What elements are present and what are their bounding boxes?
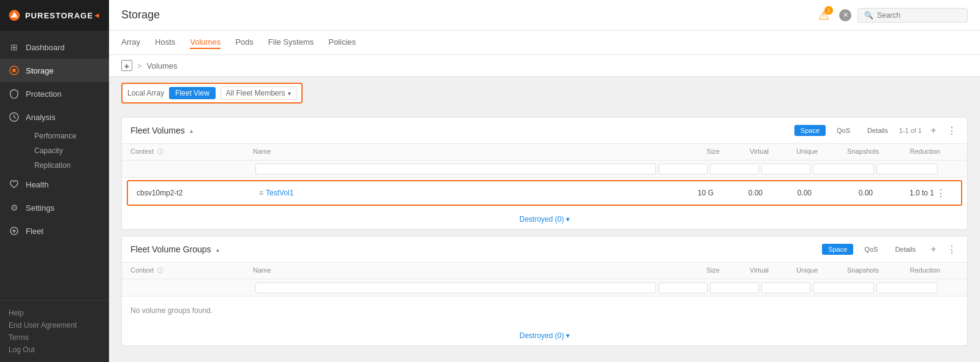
protection-icon bbox=[9, 88, 20, 99]
logo[interactable]: PURESTORAGE ◄ bbox=[0, 0, 109, 31]
tab-volumes[interactable]: Volumes bbox=[190, 37, 221, 49]
page-title: Storage bbox=[121, 9, 815, 21]
local-array-label[interactable]: Local Array bbox=[127, 89, 164, 97]
filter-virtual-input[interactable] bbox=[710, 164, 759, 175]
col-name: Name bbox=[253, 148, 671, 156]
breadcrumb-separator: > bbox=[137, 61, 142, 70]
tab-array[interactable]: Array bbox=[121, 37, 140, 49]
footer-eua[interactable]: End User Agreement bbox=[9, 319, 100, 331]
filter-virtual-wrapper bbox=[710, 163, 759, 175]
fleet-vg-collapse-icon[interactable]: ▴ bbox=[216, 246, 219, 253]
volumes-space-tab[interactable]: Space bbox=[794, 125, 826, 136]
vg-context-info-icon[interactable]: ⓘ bbox=[157, 267, 164, 274]
filter-snapshots-input[interactable] bbox=[813, 164, 874, 175]
row-snapshots: 0.00 bbox=[812, 189, 873, 197]
vg-col-size: Size bbox=[671, 266, 720, 275]
vg-qos-tab[interactable]: QoS bbox=[858, 244, 884, 255]
row-size: 10 G bbox=[665, 189, 714, 197]
volumes-details-tab[interactable]: Details bbox=[861, 125, 894, 136]
filter-name-wrapper bbox=[255, 163, 656, 175]
sidebar-sub-performance[interactable]: Performance bbox=[26, 129, 109, 143]
vg-more-button[interactable]: ⋮ bbox=[945, 243, 959, 256]
tab-pods[interactable]: Pods bbox=[235, 37, 254, 49]
health-icon bbox=[9, 179, 20, 190]
vg-col-unique: Unique bbox=[769, 266, 818, 275]
footer-terms[interactable]: Terms bbox=[9, 331, 100, 344]
vg-filter-snapshots-input[interactable] bbox=[813, 282, 874, 293]
filter-size-input[interactable] bbox=[658, 164, 707, 175]
vg-filter-reduction-input[interactable] bbox=[876, 282, 938, 293]
vg-filter-virtual-wrapper bbox=[710, 282, 759, 293]
sidebar-sub-replication[interactable]: Replication bbox=[26, 158, 109, 173]
fleet-vg-no-data: No volume groups found. bbox=[122, 296, 967, 325]
fleet-vg-destroyed-link[interactable]: Destroyed (0) ▾ bbox=[519, 331, 570, 340]
sidebar-item-settings-label: Settings bbox=[26, 203, 55, 213]
sidebar-nav: ⊞ Dashboard Storage Protection bbox=[0, 31, 109, 300]
vg-space-tab[interactable]: Space bbox=[822, 244, 853, 255]
fleet-volumes-destroyed-link[interactable]: Destroyed (0) ▾ bbox=[519, 215, 570, 224]
analysis-icon bbox=[9, 111, 20, 123]
fleet-volumes-header: Fleet Volumes ▴ Space QoS Details 1-1 of… bbox=[122, 118, 967, 144]
fleet-volumes-rows: cbsv10mp2-t2 ≡ TestVol1 10 G 0.00 0.00 0… bbox=[122, 180, 967, 206]
vg-col-reduction: Reduction bbox=[879, 266, 940, 275]
vg-col-context: Context ⓘ bbox=[130, 266, 253, 275]
fleet-volumes-title: Fleet Volumes bbox=[130, 126, 185, 135]
sidebar-item-health[interactable]: Health bbox=[0, 173, 109, 196]
fleet-volumes-destroyed: Destroyed (0) ▾ bbox=[122, 208, 967, 229]
footer-logout[interactable]: Log Out bbox=[9, 344, 100, 356]
vg-filter-virtual-input[interactable] bbox=[710, 282, 759, 293]
filter-reduction-input[interactable] bbox=[876, 164, 938, 175]
vg-filter-unique-wrapper bbox=[761, 282, 810, 293]
row-unique: 0.00 bbox=[763, 189, 812, 197]
sidebar-footer: Help End User Agreement Terms Log Out bbox=[0, 300, 109, 362]
volumes-more-button[interactable]: ⋮ bbox=[945, 124, 959, 137]
filter-context bbox=[130, 163, 253, 175]
all-fleet-members-dropdown[interactable]: All Fleet Members ▾ bbox=[221, 86, 296, 100]
tab-hosts[interactable]: Hosts bbox=[155, 37, 175, 49]
destroyed-chevron-icon: ▾ bbox=[566, 215, 570, 224]
filter-unique-input[interactable] bbox=[761, 164, 810, 175]
topbar: Storage ⚠ 1 ✕ 🔍 bbox=[109, 0, 980, 31]
col-actions-placeholder bbox=[940, 148, 959, 156]
notification-button[interactable]: ⚠ 1 bbox=[815, 6, 833, 25]
search-input[interactable] bbox=[877, 11, 961, 20]
footer-help[interactable]: Help bbox=[9, 307, 100, 319]
sidebar-item-fleet[interactable]: Fleet bbox=[0, 219, 109, 243]
sidebar-item-health-label: Health bbox=[26, 180, 49, 189]
storage-icon bbox=[9, 65, 20, 76]
close-notification-button[interactable]: ✕ bbox=[839, 9, 851, 21]
subnav: Array Hosts Volumes Pods File Systems Po… bbox=[109, 31, 980, 55]
add-volume-button[interactable]: + bbox=[927, 124, 940, 137]
tab-policies[interactable]: Policies bbox=[328, 37, 356, 49]
sidebar-item-protection[interactable]: Protection bbox=[0, 82, 109, 105]
row-more-button[interactable]: ⋮ bbox=[934, 186, 948, 200]
volumes-qos-tab[interactable]: QoS bbox=[831, 125, 856, 136]
vg-col-virtual: Virtual bbox=[720, 266, 769, 275]
fleet-view-button[interactable]: Fleet View bbox=[169, 87, 216, 99]
row-virtual: 0.00 bbox=[714, 189, 763, 197]
close-icon: ✕ bbox=[843, 11, 848, 19]
settings-icon: ⚙ bbox=[9, 202, 20, 213]
vg-filter-unique-input[interactable] bbox=[761, 282, 810, 293]
logo-arrow: ◄ bbox=[93, 11, 100, 20]
fleet-volumes-collapse-icon[interactable]: ▴ bbox=[190, 127, 193, 134]
add-vg-button[interactable]: + bbox=[927, 243, 940, 256]
sidebar-item-dashboard[interactable]: ⊞ Dashboard bbox=[0, 36, 109, 59]
filter-name-input[interactable] bbox=[255, 164, 656, 175]
breadcrumb-icon: ◈ bbox=[121, 60, 132, 71]
vg-details-tab[interactable]: Details bbox=[889, 244, 922, 255]
context-info-icon[interactable]: ⓘ bbox=[157, 148, 164, 155]
tab-file-systems[interactable]: File Systems bbox=[268, 37, 314, 49]
sidebar-item-analysis[interactable]: Analysis bbox=[0, 105, 109, 129]
sidebar: PURESTORAGE ◄ ⊞ Dashboard Storage Protec… bbox=[0, 0, 109, 362]
vg-col-snapshots: Snapshots bbox=[818, 266, 879, 275]
fleet-vg-destroyed: Destroyed (0) ▾ bbox=[122, 325, 967, 345]
vg-filter-size-input[interactable] bbox=[658, 282, 707, 293]
sidebar-item-settings[interactable]: ⚙ Settings bbox=[0, 196, 109, 219]
vg-filter-name-input[interactable] bbox=[255, 282, 656, 293]
svg-point-3 bbox=[12, 69, 16, 72]
sidebar-sub-capacity[interactable]: Capacity bbox=[26, 143, 109, 158]
sidebar-item-protection-label: Protection bbox=[26, 89, 62, 99]
sidebar-item-storage[interactable]: Storage bbox=[0, 59, 109, 82]
row-name[interactable]: ≡ TestVol1 bbox=[259, 189, 665, 197]
